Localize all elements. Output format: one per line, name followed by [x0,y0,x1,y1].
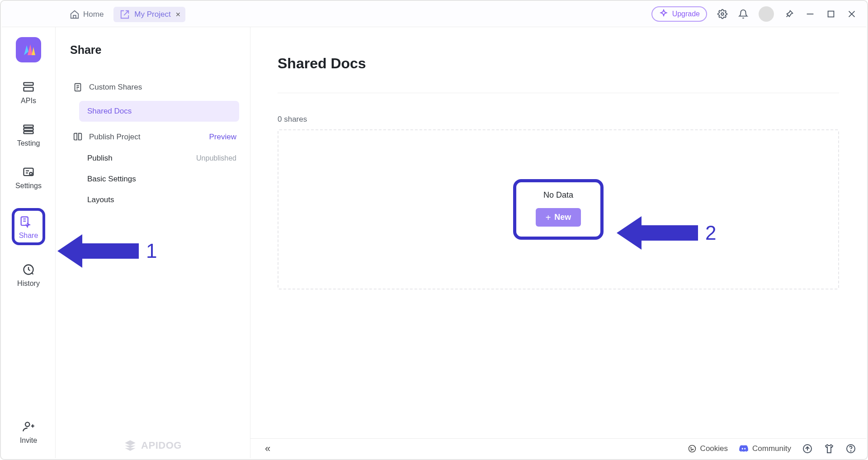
rail-label: APIs [21,97,36,105]
window-maximize-icon[interactable] [826,9,836,19]
preview-link[interactable]: Preview [209,133,236,142]
cookies-link[interactable]: Cookies [688,444,728,453]
sidebar-shared-docs[interactable]: Shared Docs [79,101,239,122]
rail-label: History [17,280,40,288]
svg-point-22 [850,451,851,451]
svg-rect-8 [24,128,33,131]
annotation-arrow-1: 1 [57,231,157,271]
pin-icon[interactable] [784,9,795,19]
brand-footer: APIDOG [56,439,250,452]
app-logo[interactable] [16,37,41,62]
home-tab[interactable]: Home [70,9,104,19]
svg-rect-7 [24,125,33,128]
rail-apis[interactable]: APIs [2,81,55,105]
collapse-sidebar-icon[interactable]: « [265,443,270,455]
rail-label: Testing [17,139,40,147]
sidebar-label: Custom Shares [89,83,142,92]
svg-marker-24 [617,216,698,250]
svg-point-16 [689,445,695,452]
cookie-icon [688,444,697,453]
main-content: Shared Docs 0 shares No Data + New [250,27,866,438]
project-tab[interactable]: My Project ✕ [113,7,185,22]
home-icon [70,9,80,19]
annotation-label-2: 2 [705,222,716,244]
upgrade-label: Upgrade [672,10,700,18]
svg-point-18 [692,449,693,450]
shirt-icon[interactable] [824,443,835,454]
rail-settings[interactable]: Settings [2,166,55,190]
rail-label: Settings [15,182,42,190]
sidebar-label: Layouts [87,195,114,204]
upgrade-button[interactable]: Upgrade [651,6,707,22]
shares-count: 0 shares [278,115,839,124]
no-data-label: No Data [533,190,584,200]
sidebar-publish-status-row[interactable]: Publish Unpublished [67,148,242,169]
help-icon[interactable] [845,443,856,454]
new-button-label: New [554,213,571,222]
annotation-label-1: 1 [146,240,157,262]
annotation-arrow-2: 2 [617,213,716,253]
window-minimize-icon[interactable] [805,9,816,19]
book-icon [73,132,83,142]
svg-point-14 [25,422,29,427]
community-link[interactable]: Community [739,444,791,454]
rail-share[interactable]: Share [2,208,55,245]
bell-icon[interactable] [738,9,749,19]
svg-point-17 [690,447,691,448]
svg-marker-23 [57,234,139,268]
project-tab-label: My Project [134,10,170,19]
sidebar-publish-project[interactable]: Publish Project Preview [67,126,242,148]
sparkle-icon [659,9,669,19]
new-button[interactable]: + New [536,208,581,227]
sidebar-label: Basic Settings [87,175,136,184]
title-tab-bar: Home My Project ✕ Upgrade [2,2,866,27]
home-label: Home [83,10,104,19]
sidebar-label: Publish [87,154,113,163]
left-icon-rail: APIs Testing Settings Share History Invi… [2,27,55,458]
window-close-icon[interactable] [846,9,857,19]
svg-rect-6 [24,87,33,91]
rail-testing[interactable]: Testing [2,123,55,147]
rail-history[interactable]: History [2,263,55,288]
plus-icon: + [546,213,551,222]
external-link-icon [120,9,130,19]
sidebar-layouts[interactable]: Layouts [67,190,242,210]
rail-label: Share [19,232,38,240]
status-bar: « Cookies Community [250,438,866,458]
shares-empty-panel: No Data + New [278,129,839,289]
svg-rect-5 [24,83,33,85]
sidebar-custom-shares[interactable]: Custom Shares [67,76,242,98]
svg-rect-2 [828,11,834,17]
svg-point-11 [29,172,32,175]
close-tab-icon[interactable]: ✕ [175,11,181,18]
discord-icon [739,444,749,454]
upload-icon[interactable] [802,443,813,454]
svg-rect-9 [24,132,33,134]
doc-icon [73,82,83,92]
sidebar-label: Shared Docs [87,107,132,116]
sidebar-label: Publish Project [89,133,140,142]
sidebar-title: Share [70,43,242,57]
sidebar-basic-settings[interactable]: Basic Settings [67,169,242,190]
avatar[interactable] [759,6,774,22]
rail-invite[interactable]: Invite [2,420,55,445]
svg-point-0 [721,13,724,15]
sidebar-status: Unpublished [196,154,236,162]
no-data-callout: No Data + New [513,179,604,240]
svg-point-19 [691,449,692,450]
page-title: Shared Docs [278,55,839,72]
settings-gear-icon[interactable] [717,9,728,19]
rail-label: Invite [20,436,37,445]
